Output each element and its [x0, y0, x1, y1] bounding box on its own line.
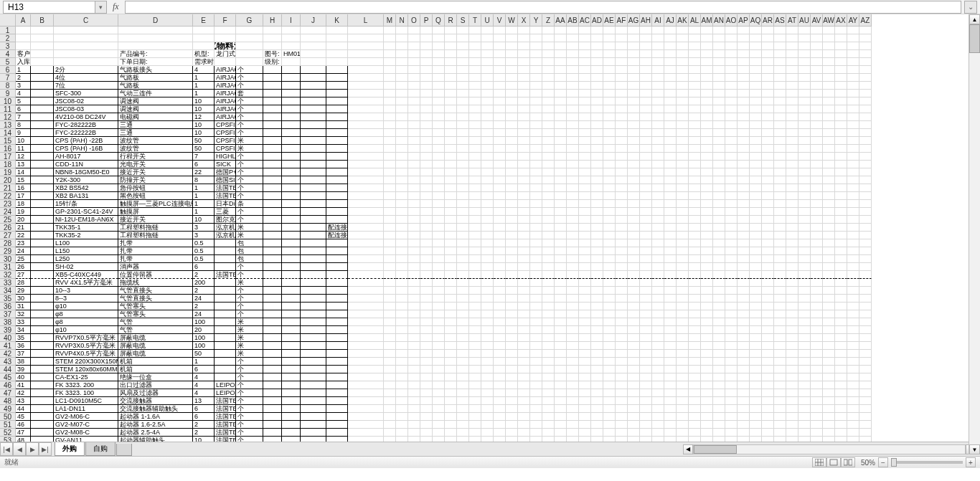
- cell[interactable]: [518, 27, 530, 34]
- cell[interactable]: [750, 279, 762, 287]
- cell[interactable]: 个: [236, 129, 263, 137]
- cell[interactable]: [420, 192, 433, 200]
- cell[interactable]: [469, 97, 481, 105]
- cell[interactable]: [518, 350, 530, 358]
- cell[interactable]: [725, 58, 738, 66]
- cell[interactable]: [640, 113, 652, 121]
- cell[interactable]: [263, 66, 282, 74]
- cell[interactable]: [677, 153, 689, 161]
- cell[interactable]: [530, 303, 542, 310]
- cell[interactable]: 龙门式码垛机: [215, 50, 236, 58]
- cell[interactable]: [542, 232, 555, 239]
- cell[interactable]: [326, 82, 348, 90]
- cell[interactable]: GP-2301-SC41-24V: [54, 208, 118, 216]
- cell[interactable]: [326, 239, 348, 247]
- cell[interactable]: [301, 303, 326, 310]
- cell[interactable]: [847, 263, 859, 271]
- cell[interactable]: [506, 342, 518, 350]
- cell[interactable]: [215, 295, 236, 303]
- cell[interactable]: [640, 429, 652, 437]
- cell[interactable]: [384, 287, 396, 295]
- row-header[interactable]: 51: [0, 421, 16, 429]
- row-header[interactable]: 36: [0, 303, 16, 310]
- cell[interactable]: [348, 303, 384, 310]
- cell[interactable]: [567, 287, 579, 295]
- cell[interactable]: [725, 318, 738, 326]
- cell[interactable]: [835, 318, 847, 326]
- cell[interactable]: [282, 295, 301, 303]
- cell[interactable]: [652, 334, 664, 342]
- cell[interactable]: TKK35-2: [54, 232, 118, 239]
- cell[interactable]: [326, 405, 348, 413]
- cell[interactable]: [847, 58, 859, 66]
- cell[interactable]: 7: [16, 113, 31, 121]
- cell[interactable]: [652, 397, 664, 405]
- cell[interactable]: [591, 373, 603, 381]
- cell[interactable]: [282, 232, 301, 239]
- cell[interactable]: [348, 74, 384, 82]
- cell[interactable]: [301, 326, 326, 334]
- cell[interactable]: [823, 153, 835, 161]
- cell[interactable]: [31, 113, 54, 121]
- cell[interactable]: [750, 66, 762, 74]
- cell[interactable]: [326, 263, 348, 271]
- cell[interactable]: [433, 373, 445, 381]
- cell[interactable]: [518, 429, 530, 437]
- cell[interactable]: [567, 161, 579, 168]
- cell[interactable]: [506, 287, 518, 295]
- cell[interactable]: [640, 192, 652, 200]
- cell[interactable]: [689, 239, 701, 247]
- cell[interactable]: [326, 350, 348, 358]
- cell[interactable]: [263, 208, 282, 216]
- cell[interactable]: [445, 421, 457, 429]
- cell[interactable]: [301, 263, 326, 271]
- cell[interactable]: [301, 34, 326, 42]
- cell[interactable]: 个: [236, 121, 263, 129]
- cell[interactable]: [677, 310, 689, 318]
- cell[interactable]: [530, 113, 542, 121]
- cell[interactable]: [652, 310, 664, 318]
- cell[interactable]: [725, 50, 738, 58]
- cell[interactable]: [652, 326, 664, 334]
- cell[interactable]: 1: [16, 66, 31, 74]
- cell[interactable]: [384, 397, 396, 405]
- cell[interactable]: [616, 326, 628, 334]
- cell[interactable]: [798, 247, 811, 255]
- cell[interactable]: [31, 74, 54, 82]
- cell[interactable]: [567, 50, 579, 58]
- cell[interactable]: [847, 303, 859, 310]
- cell[interactable]: [282, 168, 301, 176]
- cell[interactable]: [738, 224, 750, 232]
- cell[interactable]: [823, 97, 835, 105]
- cell[interactable]: [738, 153, 750, 161]
- cell[interactable]: [603, 310, 616, 318]
- cell[interactable]: [859, 200, 872, 208]
- cell[interactable]: [530, 413, 542, 421]
- cell[interactable]: [530, 192, 542, 200]
- cell[interactable]: [823, 366, 835, 373]
- cell[interactable]: [481, 405, 494, 413]
- row-header[interactable]: 1: [0, 27, 16, 34]
- cell[interactable]: [469, 192, 481, 200]
- row-header[interactable]: 39: [0, 326, 16, 334]
- cell[interactable]: [31, 358, 54, 366]
- cell[interactable]: [750, 224, 762, 232]
- cell[interactable]: [530, 153, 542, 161]
- cell[interactable]: 47: [16, 429, 31, 437]
- row-header[interactable]: 52: [0, 429, 16, 437]
- cell[interactable]: [774, 161, 786, 168]
- cell[interactable]: [555, 74, 567, 82]
- cell[interactable]: [445, 287, 457, 295]
- cell[interactable]: [652, 389, 664, 397]
- cell[interactable]: [408, 66, 420, 74]
- cell[interactable]: [689, 334, 701, 342]
- cell[interactable]: [384, 121, 396, 129]
- cell[interactable]: 气管直接头: [118, 295, 193, 303]
- cell[interactable]: [384, 34, 396, 42]
- cell[interactable]: [750, 247, 762, 255]
- col-header[interactable]: AF: [616, 14, 628, 27]
- cell[interactable]: 拖缆线: [118, 279, 193, 287]
- cell[interactable]: [518, 97, 530, 105]
- cell[interactable]: [689, 129, 701, 137]
- cell[interactable]: [603, 373, 616, 381]
